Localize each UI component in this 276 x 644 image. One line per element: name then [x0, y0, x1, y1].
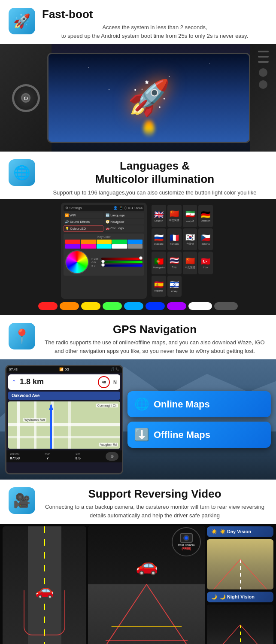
- color-palette-row: [38, 301, 238, 312]
- flag-ir-icon: 🇮🇷: [185, 210, 195, 219]
- flag-tr-icon: 🇹🇷: [201, 257, 210, 266]
- vision-modes-panel: ☀️ ☀️ Day Vision: [207, 526, 273, 644]
- svg-line-7: [100, 584, 146, 644]
- svg-line-13: [214, 625, 240, 644]
- map-display: 07:43 📶 5G 🎵 📞 ↑ 1.8 km 40 N: [5, 365, 123, 474]
- reversing-guide-lines-svg: [88, 584, 205, 644]
- map-distance-banner: ↑ 1.8 km 40 N: [8, 374, 120, 390]
- svg-rect-2: [34, 401, 36, 449]
- flag-de-label: Deutsch: [201, 219, 210, 222]
- map-statusbar: 07:43 📶 5G 🎵 📞: [6, 366, 122, 373]
- r-label: R 255: [91, 258, 100, 260]
- side-button: [259, 68, 267, 77]
- flag-tr-label: Türk: [203, 266, 208, 269]
- offline-maps-button[interactable]: ⬇️ Offline Maps: [127, 422, 271, 448]
- flag-chinese-trad: 🇨🇳 中文繁體: [183, 252, 197, 274]
- flags-panel: 🇬🇧 English 🇨🇳 中文简体 🇮🇷 فارسی 🇩🇪 Deutsch: [149, 203, 215, 299]
- flag-kr-label: 한국어: [186, 242, 194, 246]
- gps-image: 07:43 📶 5G 🎵 📞 ↑ 1.8 km 40 N: [0, 359, 276, 480]
- svg-line-11: [214, 559, 240, 589]
- b-slider: [101, 264, 143, 267]
- g-slider: [101, 261, 143, 263]
- palette-blue: [146, 302, 165, 310]
- r-slider-row: R 255: [91, 258, 143, 260]
- eta-mins-value: 7: [46, 456, 49, 460]
- ellipsis-icon: ⊕: [110, 454, 114, 459]
- r-slider-thumb[interactable]: [139, 256, 143, 260]
- color-wheel: [65, 250, 89, 274]
- g-slider-row: G 0: [91, 261, 143, 264]
- night-vision-text: 🌙 Night Vision: [220, 594, 255, 600]
- reversing-panels: 🚗 🚗: [0, 524, 276, 644]
- map-grid-area: Connaught Cir Vaughan Rd Wychwood Ave: [8, 401, 120, 449]
- settings-topbar: ⚙ Settings 👤 📱 ⬡ ∞ ♦ 16:44: [64, 205, 144, 211]
- flag-spanish: 🇪🇸 español: [152, 276, 166, 297]
- flag-portuguese: 🇵🇹 Português: [152, 252, 166, 274]
- languages-icon-box: 🌐: [9, 159, 35, 186]
- globe-icon: 🌐: [13, 164, 30, 181]
- languages-header: 🌐 Languages &Multicolor illumination Sup…: [0, 152, 276, 199]
- flag-turkish: 🇹🇷 Türk: [198, 252, 212, 274]
- gps-scene: 07:43 📶 5G 🎵 📞 ↑ 1.8 km 40 N: [0, 359, 276, 480]
- location-icon: 📍: [13, 328, 30, 344]
- map-action-buttons: 🌐 Online Maps ⬇️ Offline Maps: [127, 391, 271, 448]
- map-street-name: Oakwood Ave: [8, 392, 120, 400]
- reversing-subtitle: Connecting to a car backup camera, the c…: [42, 503, 267, 519]
- reversing-icon-box: 🎥: [9, 487, 35, 514]
- compass-label: N: [113, 380, 117, 385]
- flag-thai: 🇹🇭 ไทย: [167, 252, 182, 274]
- swatch-purple: [65, 244, 80, 249]
- sun-icon: ☀️: [211, 529, 217, 535]
- min-label: min: [45, 452, 50, 456]
- flag-farsi: 🇮🇷 فارسی: [183, 205, 197, 227]
- palette-yellow: [81, 302, 100, 310]
- map-eta-bar: arrival 07:50 min 7 km 3.5 ⊕: [6, 450, 122, 462]
- map-time: 07:43: [9, 368, 18, 371]
- swatch-white: [112, 244, 127, 249]
- map-eta-time: arrival 07:50: [10, 452, 20, 460]
- flag-french: 🇫🇷 français: [167, 228, 182, 251]
- side-knob-3: [258, 61, 269, 63]
- gps-text-block: GPS Navigation The radio supports the us…: [42, 323, 267, 355]
- flag-de-icon: 🇩🇪: [201, 210, 210, 219]
- fastboot-title: Fast-boot: [42, 8, 267, 21]
- flag-korean: 🇰🇷 한국어: [183, 228, 197, 251]
- day-vision-text: ☀️ Day Vision: [220, 529, 251, 535]
- flag-uk-icon: 🇬🇧: [154, 210, 164, 219]
- reversing-image: Rear Camera(FREE) 🚗: [0, 524, 276, 644]
- rocket-icon: 🚀: [13, 13, 30, 29]
- eta-label: arrival: [10, 452, 20, 456]
- menu-car-logo: 🚗 Car Logo: [104, 225, 144, 232]
- palette-green: [103, 302, 122, 310]
- day-guide-svg: [207, 559, 273, 589]
- palette-purple: [167, 302, 186, 310]
- flag-hebrew: 🇮🇱 עברית: [167, 276, 182, 297]
- flag-ru-label: русский: [154, 243, 164, 245]
- flag-cz-icon: 🇨🇿: [201, 233, 210, 243]
- fastboot-subtitle: Access the system in less than 2 seconds…: [42, 23, 267, 40]
- swatch-red: [65, 240, 80, 244]
- flag-tw-icon: 🇨🇳: [185, 256, 195, 266]
- eta-time-value: 07:50: [10, 456, 20, 460]
- dashboard-right: [250, 44, 276, 152]
- map-nearby-street: Connaught Cir: [96, 404, 118, 407]
- swatch-orange: [81, 240, 96, 244]
- g-label: G 0: [91, 261, 100, 264]
- camera-lens-icon: [183, 535, 189, 541]
- night-vision-label: 🌙 🌙 Night Vision: [207, 592, 273, 602]
- steering-wheel: ⏻: [12, 84, 40, 112]
- swatch-blue: [127, 240, 143, 244]
- download-maps-icon: ⬇️: [134, 428, 149, 442]
- menu-language: 🔤 Language: [104, 213, 144, 218]
- signal-bars-icon: 📶: [59, 368, 64, 371]
- map-extra-btn[interactable]: ⊕: [106, 452, 118, 461]
- g-slider-thumb[interactable]: [101, 260, 105, 263]
- side-knob: [258, 51, 269, 52]
- menu-color-led: 💡 ColourLED: [64, 225, 103, 232]
- online-maps-button[interactable]: 🌐 Online Maps: [127, 391, 271, 417]
- b-slider-thumb[interactable]: [101, 263, 105, 267]
- flag-th-icon: 🇹🇭: [170, 256, 179, 265]
- globe-maps-icon: 🌐: [134, 397, 149, 411]
- aerial-view-panel: 🚗: [3, 526, 86, 644]
- svg-line-14: [240, 625, 267, 644]
